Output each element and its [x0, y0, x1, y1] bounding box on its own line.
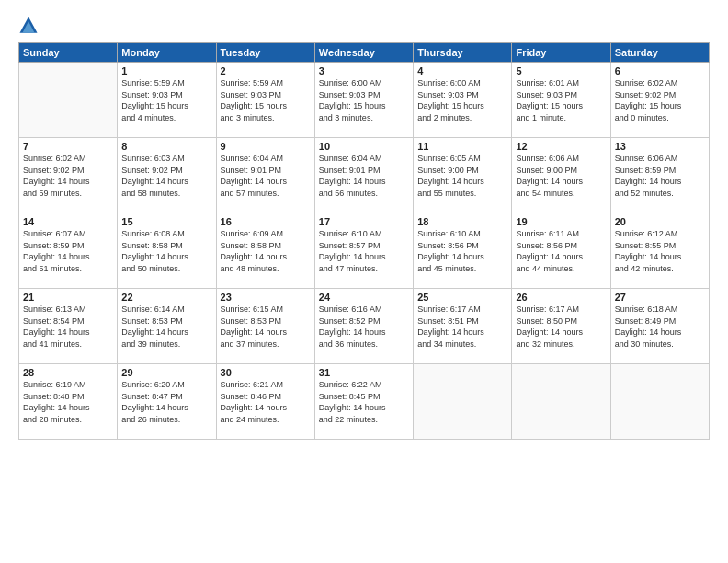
day-number: 21 [23, 292, 113, 303]
day-cell: 14Sunrise: 6:07 AMSunset: 8:59 PMDayligh… [19, 213, 118, 289]
day-info: Sunrise: 6:06 AMSunset: 8:59 PMDaylight:… [615, 153, 705, 199]
day-info: Sunrise: 5:59 AMSunset: 9:03 PMDaylight:… [221, 77, 311, 123]
day-cell: 24Sunrise: 6:16 AMSunset: 8:52 PMDayligh… [314, 289, 413, 364]
day-info: Sunrise: 6:19 AMSunset: 8:48 PMDaylight:… [23, 379, 113, 425]
day-number: 15 [121, 216, 211, 227]
day-info: Sunrise: 6:20 AMSunset: 8:47 PMDaylight:… [121, 379, 211, 425]
week-row-1: 1Sunrise: 5:59 AMSunset: 9:03 PMDaylight… [19, 63, 710, 138]
day-cell: 17Sunrise: 6:10 AMSunset: 8:57 PMDayligh… [314, 213, 413, 289]
day-info: Sunrise: 6:01 AMSunset: 9:03 PMDaylight:… [516, 77, 606, 123]
day-number: 25 [417, 292, 507, 303]
day-cell: 8Sunrise: 6:03 AMSunset: 9:02 PMDaylight… [118, 138, 216, 213]
day-cell: 30Sunrise: 6:21 AMSunset: 8:46 PMDayligh… [216, 364, 314, 440]
day-number: 11 [417, 141, 507, 152]
header-sunday: Sunday [19, 43, 118, 63]
day-cell: 6Sunrise: 6:02 AMSunset: 9:02 PMDaylight… [610, 63, 709, 138]
day-number: 27 [615, 292, 705, 303]
day-cell [512, 364, 610, 440]
day-info: Sunrise: 6:13 AMSunset: 8:54 PMDaylight:… [23, 304, 113, 350]
day-info: Sunrise: 6:08 AMSunset: 8:58 PMDaylight:… [121, 228, 211, 274]
day-info: Sunrise: 6:04 AMSunset: 9:01 PMDaylight:… [319, 153, 409, 199]
day-cell: 15Sunrise: 6:08 AMSunset: 8:58 PMDayligh… [118, 213, 216, 289]
header-thursday: Thursday [414, 43, 512, 63]
day-number: 2 [221, 65, 311, 76]
day-info: Sunrise: 6:17 AMSunset: 8:50 PMDaylight:… [516, 304, 606, 350]
day-info: Sunrise: 6:03 AMSunset: 9:02 PMDaylight:… [121, 153, 211, 199]
day-number: 13 [615, 141, 705, 152]
day-cell: 26Sunrise: 6:17 AMSunset: 8:50 PMDayligh… [512, 289, 610, 364]
day-number: 12 [516, 141, 606, 152]
day-cell: 5Sunrise: 6:01 AMSunset: 9:03 PMDaylight… [512, 63, 610, 138]
week-row-4: 21Sunrise: 6:13 AMSunset: 8:54 PMDayligh… [19, 289, 710, 364]
day-info: Sunrise: 6:07 AMSunset: 8:59 PMDaylight:… [23, 228, 113, 274]
day-info: Sunrise: 6:00 AMSunset: 9:03 PMDaylight:… [417, 77, 507, 123]
day-number: 28 [23, 367, 113, 378]
day-number: 20 [615, 216, 705, 227]
day-cell: 4Sunrise: 6:00 AMSunset: 9:03 PMDaylight… [414, 63, 512, 138]
logo-icon [18, 15, 39, 35]
day-cell: 20Sunrise: 6:12 AMSunset: 8:55 PMDayligh… [610, 213, 709, 289]
calendar: SundayMondayTuesdayWednesdayThursdayFrid… [18, 42, 710, 440]
day-number: 19 [516, 216, 606, 227]
day-number: 6 [615, 65, 705, 76]
day-info: Sunrise: 6:16 AMSunset: 8:52 PMDaylight:… [319, 304, 409, 350]
day-number: 4 [417, 65, 507, 76]
day-cell [414, 364, 512, 440]
day-cell: 29Sunrise: 6:20 AMSunset: 8:47 PMDayligh… [118, 364, 216, 440]
day-info: Sunrise: 6:00 AMSunset: 9:03 PMDaylight:… [319, 77, 409, 123]
day-number: 23 [221, 292, 311, 303]
day-cell: 21Sunrise: 6:13 AMSunset: 8:54 PMDayligh… [19, 289, 118, 364]
header-tuesday: Tuesday [216, 43, 314, 63]
day-cell: 12Sunrise: 6:06 AMSunset: 9:00 PMDayligh… [512, 138, 610, 213]
day-cell: 1Sunrise: 5:59 AMSunset: 9:03 PMDaylight… [118, 63, 216, 138]
header-wednesday: Wednesday [314, 43, 413, 63]
day-info: Sunrise: 6:12 AMSunset: 8:55 PMDaylight:… [615, 228, 705, 274]
day-cell: 3Sunrise: 6:00 AMSunset: 9:03 PMDaylight… [314, 63, 413, 138]
day-info: Sunrise: 6:04 AMSunset: 9:01 PMDaylight:… [221, 153, 311, 199]
day-info: Sunrise: 6:15 AMSunset: 8:53 PMDaylight:… [221, 304, 311, 350]
day-number: 9 [221, 141, 311, 152]
day-cell: 10Sunrise: 6:04 AMSunset: 9:01 PMDayligh… [314, 138, 413, 213]
day-info: Sunrise: 6:02 AMSunset: 9:02 PMDaylight:… [615, 77, 705, 123]
week-row-2: 7Sunrise: 6:02 AMSunset: 9:02 PMDaylight… [19, 138, 710, 213]
page: SundayMondayTuesdayWednesdayThursdayFrid… [0, 0, 728, 563]
day-info: Sunrise: 6:05 AMSunset: 9:00 PMDaylight:… [417, 153, 507, 199]
day-number: 16 [221, 216, 311, 227]
day-number: 18 [417, 216, 507, 227]
day-info: Sunrise: 6:02 AMSunset: 9:02 PMDaylight:… [23, 153, 113, 199]
day-cell [19, 63, 118, 138]
day-number: 7 [23, 141, 113, 152]
day-cell: 13Sunrise: 6:06 AMSunset: 8:59 PMDayligh… [610, 138, 709, 213]
day-cell: 27Sunrise: 6:18 AMSunset: 8:49 PMDayligh… [610, 289, 709, 364]
day-cell: 11Sunrise: 6:05 AMSunset: 9:00 PMDayligh… [414, 138, 512, 213]
day-number: 31 [319, 367, 409, 378]
day-number: 1 [121, 65, 211, 76]
day-number: 17 [319, 216, 409, 227]
header-friday: Friday [512, 43, 610, 63]
week-row-3: 14Sunrise: 6:07 AMSunset: 8:59 PMDayligh… [19, 213, 710, 289]
calendar-header-row: SundayMondayTuesdayWednesdayThursdayFrid… [19, 43, 710, 63]
day-info: Sunrise: 6:14 AMSunset: 8:53 PMDaylight:… [121, 304, 211, 350]
day-info: Sunrise: 6:22 AMSunset: 8:45 PMDaylight:… [319, 379, 409, 425]
day-cell: 31Sunrise: 6:22 AMSunset: 8:45 PMDayligh… [314, 364, 413, 440]
day-info: Sunrise: 6:11 AMSunset: 8:56 PMDaylight:… [516, 228, 606, 274]
day-info: Sunrise: 6:17 AMSunset: 8:51 PMDaylight:… [417, 304, 507, 350]
day-cell: 25Sunrise: 6:17 AMSunset: 8:51 PMDayligh… [414, 289, 512, 364]
week-row-5: 28Sunrise: 6:19 AMSunset: 8:48 PMDayligh… [19, 364, 710, 440]
day-info: Sunrise: 6:18 AMSunset: 8:49 PMDaylight:… [615, 304, 705, 350]
day-cell: 23Sunrise: 6:15 AMSunset: 8:53 PMDayligh… [216, 289, 314, 364]
header-saturday: Saturday [610, 43, 709, 63]
day-cell [610, 364, 709, 440]
day-cell: 16Sunrise: 6:09 AMSunset: 8:58 PMDayligh… [216, 213, 314, 289]
day-number: 22 [121, 292, 211, 303]
day-number: 24 [319, 292, 409, 303]
day-cell: 9Sunrise: 6:04 AMSunset: 9:01 PMDaylight… [216, 138, 314, 213]
day-number: 10 [319, 141, 409, 152]
day-info: Sunrise: 6:06 AMSunset: 9:00 PMDaylight:… [516, 153, 606, 199]
day-info: Sunrise: 6:10 AMSunset: 8:56 PMDaylight:… [417, 228, 507, 274]
day-cell: 2Sunrise: 5:59 AMSunset: 9:03 PMDaylight… [216, 63, 314, 138]
day-info: Sunrise: 6:10 AMSunset: 8:57 PMDaylight:… [319, 228, 409, 274]
header [18, 15, 710, 35]
day-number: 8 [121, 141, 211, 152]
header-monday: Monday [118, 43, 216, 63]
